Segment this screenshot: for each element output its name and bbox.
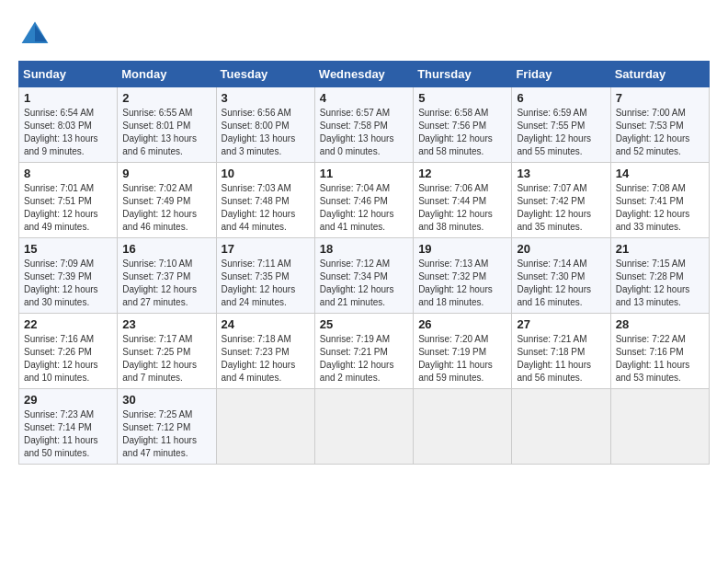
weekday-header-saturday: Saturday — [610, 62, 709, 87]
calendar-day-cell: 10 Sunrise: 7:03 AM Sunset: 7:48 PM Dayl… — [216, 163, 314, 238]
day-info: Sunrise: 7:17 AM Sunset: 7:25 PM Dayligh… — [122, 333, 210, 385]
calendar-day-cell: 1 Sunrise: 6:54 AM Sunset: 8:03 PM Dayli… — [19, 87, 118, 163]
header — [18, 18, 710, 52]
logo-icon — [18, 18, 51, 52]
day-number: 1 — [24, 91, 112, 105]
day-number: 13 — [517, 167, 605, 180]
calendar-day-cell — [414, 389, 512, 465]
calendar-day-cell: 20 Sunrise: 7:14 AM Sunset: 7:30 PM Dayl… — [512, 238, 610, 314]
calendar-week-row: 22 Sunrise: 7:16 AM Sunset: 7:26 PM Dayl… — [19, 314, 710, 389]
calendar-day-cell — [512, 389, 610, 465]
calendar-day-cell: 11 Sunrise: 7:04 AM Sunset: 7:46 PM Dayl… — [314, 163, 413, 238]
day-number: 18 — [320, 242, 408, 256]
day-info: Sunrise: 7:22 AM Sunset: 7:16 PM Dayligh… — [616, 333, 704, 385]
day-number: 25 — [320, 317, 408, 331]
day-number: 8 — [24, 167, 112, 180]
calendar-day-cell: 17 Sunrise: 7:11 AM Sunset: 7:35 PM Dayl… — [216, 238, 314, 314]
day-info: Sunrise: 7:03 AM Sunset: 7:48 PM Dayligh… — [222, 182, 310, 234]
calendar-week-row: 8 Sunrise: 7:01 AM Sunset: 7:51 PM Dayli… — [19, 163, 710, 238]
day-number: 30 — [122, 393, 210, 407]
day-number: 26 — [418, 317, 506, 331]
page-container: SundayMondayTuesdayWednesdayThursdayFrid… — [18, 18, 710, 465]
calendar-body: 1 Sunrise: 6:54 AM Sunset: 8:03 PM Dayli… — [19, 87, 710, 465]
day-info: Sunrise: 7:00 AM Sunset: 7:53 PM Dayligh… — [616, 107, 704, 158]
day-info: Sunrise: 6:58 AM Sunset: 7:56 PM Dayligh… — [418, 107, 506, 158]
calendar-day-cell: 5 Sunrise: 6:58 AM Sunset: 7:56 PM Dayli… — [414, 87, 512, 163]
day-number: 19 — [418, 242, 506, 256]
day-info: Sunrise: 7:18 AM Sunset: 7:23 PM Dayligh… — [222, 333, 310, 385]
calendar-day-cell: 3 Sunrise: 6:56 AM Sunset: 8:00 PM Dayli… — [216, 87, 314, 163]
weekday-header-tuesday: Tuesday — [216, 62, 314, 87]
calendar-week-row: 1 Sunrise: 6:54 AM Sunset: 8:03 PM Dayli… — [19, 87, 710, 163]
day-info: Sunrise: 7:06 AM Sunset: 7:44 PM Dayligh… — [418, 182, 506, 234]
day-info: Sunrise: 7:25 AM Sunset: 7:12 PM Dayligh… — [122, 408, 210, 460]
weekday-header-friday: Friday — [512, 62, 610, 87]
logo — [18, 18, 55, 52]
day-info: Sunrise: 6:57 AM Sunset: 7:58 PM Dayligh… — [320, 107, 408, 158]
day-info: Sunrise: 7:16 AM Sunset: 7:26 PM Dayligh… — [24, 333, 112, 385]
day-info: Sunrise: 7:08 AM Sunset: 7:41 PM Dayligh… — [616, 182, 704, 234]
day-info: Sunrise: 7:02 AM Sunset: 7:49 PM Dayligh… — [122, 182, 210, 234]
calendar-day-cell: 27 Sunrise: 7:21 AM Sunset: 7:18 PM Dayl… — [512, 314, 610, 389]
day-number: 20 — [517, 242, 605, 256]
calendar-day-cell: 23 Sunrise: 7:17 AM Sunset: 7:25 PM Dayl… — [118, 314, 216, 389]
day-info: Sunrise: 7:19 AM Sunset: 7:21 PM Dayligh… — [320, 333, 408, 385]
day-number: 27 — [517, 317, 605, 331]
day-info: Sunrise: 7:23 AM Sunset: 7:14 PM Dayligh… — [24, 408, 112, 460]
calendar-day-cell — [610, 389, 709, 465]
day-number: 2 — [122, 91, 210, 105]
calendar-day-cell: 24 Sunrise: 7:18 AM Sunset: 7:23 PM Dayl… — [216, 314, 314, 389]
day-number: 16 — [122, 242, 210, 256]
calendar-day-cell: 18 Sunrise: 7:12 AM Sunset: 7:34 PM Dayl… — [314, 238, 413, 314]
day-info: Sunrise: 7:11 AM Sunset: 7:35 PM Dayligh… — [222, 258, 310, 309]
calendar-day-cell: 26 Sunrise: 7:20 AM Sunset: 7:19 PM Dayl… — [414, 314, 512, 389]
day-info: Sunrise: 7:21 AM Sunset: 7:18 PM Dayligh… — [517, 333, 605, 385]
day-number: 11 — [320, 167, 408, 180]
day-number: 7 — [616, 91, 704, 105]
day-info: Sunrise: 6:56 AM Sunset: 8:00 PM Dayligh… — [222, 107, 310, 158]
calendar-day-cell: 28 Sunrise: 7:22 AM Sunset: 7:16 PM Dayl… — [610, 314, 709, 389]
day-number: 23 — [122, 317, 210, 331]
day-number: 29 — [24, 393, 112, 407]
day-number: 22 — [24, 317, 112, 331]
day-number: 24 — [222, 317, 310, 331]
day-number: 5 — [418, 91, 506, 105]
day-info: Sunrise: 6:59 AM Sunset: 7:55 PM Dayligh… — [517, 107, 605, 158]
day-number: 15 — [24, 242, 112, 256]
day-number: 21 — [616, 242, 704, 256]
day-info: Sunrise: 7:12 AM Sunset: 7:34 PM Dayligh… — [320, 258, 408, 309]
weekday-header-thursday: Thursday — [414, 62, 512, 87]
calendar-day-cell — [216, 389, 314, 465]
calendar-day-cell: 2 Sunrise: 6:55 AM Sunset: 8:01 PM Dayli… — [118, 87, 216, 163]
calendar-day-cell: 30 Sunrise: 7:25 AM Sunset: 7:12 PM Dayl… — [118, 389, 216, 465]
calendar-week-row: 29 Sunrise: 7:23 AM Sunset: 7:14 PM Dayl… — [19, 389, 710, 465]
day-number: 10 — [222, 167, 310, 180]
calendar-table: SundayMondayTuesdayWednesdayThursdayFrid… — [18, 61, 710, 465]
calendar-day-cell: 12 Sunrise: 7:06 AM Sunset: 7:44 PM Dayl… — [414, 163, 512, 238]
day-number: 4 — [320, 91, 408, 105]
day-info: Sunrise: 7:20 AM Sunset: 7:19 PM Dayligh… — [418, 333, 506, 385]
calendar-day-cell: 21 Sunrise: 7:15 AM Sunset: 7:28 PM Dayl… — [610, 238, 709, 314]
calendar-week-row: 15 Sunrise: 7:09 AM Sunset: 7:39 PM Dayl… — [19, 238, 710, 314]
calendar-day-cell: 4 Sunrise: 6:57 AM Sunset: 7:58 PM Dayli… — [314, 87, 413, 163]
day-info: Sunrise: 7:10 AM Sunset: 7:37 PM Dayligh… — [122, 258, 210, 309]
day-number: 12 — [418, 167, 506, 180]
calendar-day-cell: 13 Sunrise: 7:07 AM Sunset: 7:42 PM Dayl… — [512, 163, 610, 238]
day-number: 28 — [616, 317, 704, 331]
day-info: Sunrise: 7:04 AM Sunset: 7:46 PM Dayligh… — [320, 182, 408, 234]
day-info: Sunrise: 6:54 AM Sunset: 8:03 PM Dayligh… — [24, 107, 112, 158]
day-info: Sunrise: 7:01 AM Sunset: 7:51 PM Dayligh… — [24, 182, 112, 234]
calendar-day-cell: 9 Sunrise: 7:02 AM Sunset: 7:49 PM Dayli… — [118, 163, 216, 238]
svg-marker-1 — [35, 25, 47, 41]
calendar-day-cell: 7 Sunrise: 7:00 AM Sunset: 7:53 PM Dayli… — [610, 87, 709, 163]
day-number: 3 — [222, 91, 310, 105]
day-info: Sunrise: 6:55 AM Sunset: 8:01 PM Dayligh… — [122, 107, 210, 158]
day-info: Sunrise: 7:07 AM Sunset: 7:42 PM Dayligh… — [517, 182, 605, 234]
day-info: Sunrise: 7:14 AM Sunset: 7:30 PM Dayligh… — [517, 258, 605, 309]
calendar-day-cell: 22 Sunrise: 7:16 AM Sunset: 7:26 PM Dayl… — [19, 314, 118, 389]
day-info: Sunrise: 7:15 AM Sunset: 7:28 PM Dayligh… — [616, 258, 704, 309]
day-number: 6 — [517, 91, 605, 105]
weekday-header-monday: Monday — [118, 62, 216, 87]
day-number: 14 — [616, 167, 704, 180]
calendar-day-cell: 14 Sunrise: 7:08 AM Sunset: 7:41 PM Dayl… — [610, 163, 709, 238]
